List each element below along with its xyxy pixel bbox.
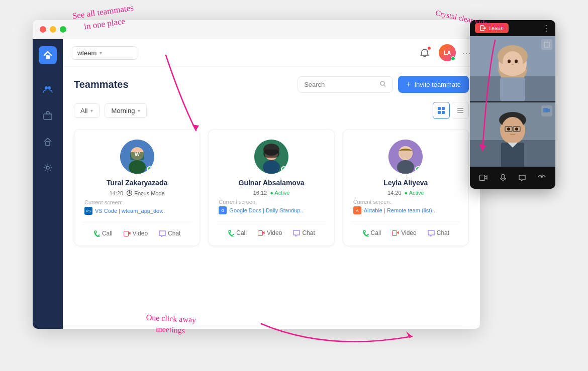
gulnar-name: Gulnar Absalamova [239, 179, 305, 187]
svg-point-2 [48, 86, 51, 89]
svg-rect-39 [544, 42, 549, 47]
sidebar-item-home[interactable] [40, 134, 56, 150]
search-input[interactable] [304, 81, 375, 88]
leyla-call-button[interactable]: Call [359, 228, 384, 238]
filter-all-label: All [80, 107, 87, 114]
video-panel: Leave ⋮ [470, 20, 555, 189]
page-title: Teammates [74, 79, 129, 90]
traffic-light-yellow[interactable] [50, 26, 56, 33]
gulnar-screen-label: Current screen: [219, 199, 257, 205]
tural-status: 14:20 Focus Mode [110, 190, 165, 196]
svg-point-48 [507, 128, 510, 131]
filter-shift-chevron: ▾ [138, 108, 140, 113]
list-view-toggle[interactable] [452, 102, 469, 119]
sidebar-item-briefcase[interactable] [40, 107, 56, 123]
gdocs-icon: G [219, 206, 227, 214]
filter-shift-label: Morning [111, 107, 135, 114]
leyla-status: 14:20 ● Active [387, 190, 424, 196]
leave-label: Leave [488, 25, 504, 31]
leyla-video-button[interactable]: Video [389, 228, 419, 238]
sidebar-nav [40, 81, 56, 176]
leyla-name: Leyla Aliyeva [383, 179, 428, 187]
invite-label: Invite teammate [415, 81, 461, 88]
svg-rect-7 [438, 107, 441, 110]
tural-name: Tural Zakaryazada [107, 179, 167, 187]
sidebar-logo[interactable] [39, 46, 57, 64]
leyla-chat-button[interactable]: Chat [425, 228, 452, 238]
svg-marker-56 [406, 331, 412, 338]
tural-screen-app: VS VS Code | wteam_app_dov.. [84, 207, 165, 215]
page-header: Teammates + [74, 76, 469, 93]
tural-chat-button[interactable]: Chat [156, 228, 183, 238]
grid-view-toggle[interactable] [433, 102, 450, 119]
browser-titlebar [33, 20, 480, 39]
user-avatar[interactable]: LA [439, 44, 456, 61]
mic-control[interactable] [496, 171, 510, 185]
leave-button[interactable]: Leave [475, 23, 509, 33]
sidebar-item-team[interactable] [40, 81, 56, 97]
traffic-lights [40, 26, 66, 33]
svg-point-37 [515, 60, 518, 63]
traffic-light-green[interactable] [60, 26, 66, 33]
leyla-online-dot [415, 166, 421, 172]
svg-point-24 [263, 160, 280, 174]
gulnar-actions: Call Video Chat [217, 221, 326, 238]
content-area: Teammates + [63, 67, 480, 329]
topbar-right: LA ⋯ [417, 44, 471, 61]
svg-point-35 [503, 51, 523, 73]
view-toggles [433, 102, 469, 119]
gulnar-chat-button[interactable]: Chat [290, 228, 318, 238]
video-tile-2 [470, 101, 555, 167]
avatar-initials: LA [444, 50, 451, 56]
svg-point-1 [45, 86, 48, 89]
tural-online-dot [147, 166, 153, 172]
gulnar-online-dot [281, 166, 287, 172]
app-layout: wteam ▾ LA ⋯ [33, 39, 480, 329]
gulnar-call-button[interactable]: Call [225, 228, 250, 238]
traffic-light-red[interactable] [40, 26, 46, 33]
topbar: wteam ▾ LA ⋯ [63, 39, 480, 67]
filter-shift[interactable]: Morning ▾ [105, 103, 147, 118]
browser-window: wteam ▾ LA ⋯ [33, 20, 480, 329]
svg-rect-38 [500, 77, 525, 101]
sidebar-item-settings[interactable] [40, 160, 56, 176]
workspace-selector[interactable]: wteam ▾ [72, 46, 137, 60]
end-call-control[interactable] [535, 171, 549, 185]
svg-rect-25 [263, 150, 279, 158]
workspace-name: wteam [77, 49, 96, 57]
svg-rect-53 [502, 175, 505, 179]
notification-button[interactable] [417, 45, 433, 61]
panel-more-button[interactable]: ⋮ [542, 24, 550, 33]
tural-call-button[interactable]: Call [90, 228, 116, 238]
leyla-screen-label: Current screen: [353, 199, 391, 205]
svg-point-36 [508, 60, 511, 63]
vs-code-icon: VS [84, 207, 92, 215]
tural-actions: Call Video Chat [82, 222, 191, 238]
search-box[interactable] [298, 76, 393, 93]
gulnar-screen-app: G Google Docs | Daily Standup.. [219, 206, 303, 214]
svg-rect-51 [543, 108, 548, 112]
avatar-tural: W [120, 140, 154, 174]
svg-rect-52 [480, 175, 485, 181]
video-panel-controls [470, 167, 555, 189]
svg-rect-30 [393, 230, 397, 235]
camera-control[interactable] [476, 171, 491, 185]
svg-point-6 [380, 81, 384, 85]
filter-all[interactable]: All ▾ [74, 103, 100, 118]
airtable-icon: A [353, 206, 361, 214]
svg-point-49 [515, 128, 518, 131]
tural-video-button[interactable]: Video [121, 228, 151, 238]
svg-rect-8 [442, 107, 445, 110]
gulnar-video-button[interactable]: Video [255, 228, 285, 238]
svg-point-16 [129, 160, 146, 174]
chat-control[interactable] [515, 171, 529, 185]
svg-rect-10 [442, 111, 445, 114]
svg-point-54 [541, 176, 543, 178]
leyla-screen-app: A Airtable | Remote team (list).. [353, 206, 435, 214]
avatar-leyla [388, 140, 423, 174]
svg-rect-3 [44, 114, 52, 119]
invite-teammate-button[interactable]: + Invite teammate [398, 76, 469, 93]
search-icon [379, 80, 386, 89]
online-status-badge [451, 56, 455, 61]
svg-rect-0 [46, 55, 50, 59]
